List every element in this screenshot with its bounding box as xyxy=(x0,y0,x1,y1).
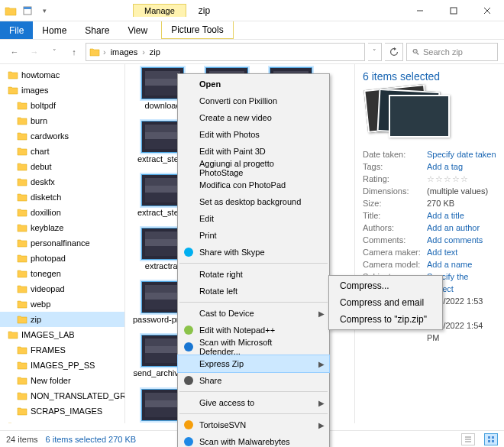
folder-icon xyxy=(17,222,27,233)
nav-tree[interactable]: howtomacimagesboltpdfburncardworkschartd… xyxy=(0,64,125,423)
meta-value[interactable]: Add a tag xyxy=(427,160,496,173)
menu-item[interactable]: Give access to▶ xyxy=(178,394,329,411)
menu-item[interactable]: Rotate left xyxy=(178,283,329,300)
svg-rect-12 xyxy=(492,440,494,442)
view-thumbnails-button[interactable] xyxy=(484,433,498,445)
menu-item[interactable]: Aggiungi al progetto PhotoStage xyxy=(178,160,329,177)
menu-item[interactable]: TortoiseSVN▶ xyxy=(178,416,329,433)
meta-key: Authors: xyxy=(363,222,427,234)
meta-value: 270 KB xyxy=(427,197,496,209)
crumb-zip[interactable]: zip xyxy=(148,47,162,57)
tree-item[interactable]: tonegen xyxy=(0,266,124,281)
svg-point-18 xyxy=(184,437,193,446)
view-details-button[interactable] xyxy=(461,433,475,445)
search-input[interactable]: 🔍︎ Search zip xyxy=(406,43,498,61)
tree-item[interactable]: IMAGES_PP_SS xyxy=(0,358,124,373)
menu-item[interactable]: Print xyxy=(178,227,329,244)
menu-item[interactable]: Open xyxy=(178,76,329,92)
submenu-express-zip: Compress...Compress and emailCompress to… xyxy=(328,275,443,330)
menu-item[interactable]: Edit with Photos xyxy=(178,126,329,143)
recent-dropdown[interactable]: ˅ xyxy=(46,44,63,60)
tree-item[interactable]: FRAMES xyxy=(0,342,124,358)
tree-item[interactable]: IMAGES_LAB xyxy=(0,327,124,342)
menu-item[interactable]: Share xyxy=(178,372,329,389)
tab-picture-tools[interactable]: Picture Tools xyxy=(161,21,233,39)
qat-dropdown-icon[interactable]: ▾ xyxy=(37,3,52,18)
menu-item[interactable]: Scan with Malwarebytes xyxy=(178,433,329,447)
menu-separator xyxy=(179,391,328,392)
close-button[interactable] xyxy=(470,0,504,21)
tree-item[interactable]: videopad xyxy=(0,281,124,296)
meta-row: Comments:Add comments xyxy=(363,234,496,246)
menu-item[interactable]: Express Zip▶ xyxy=(178,355,329,372)
forward-button[interactable]: → xyxy=(26,44,43,60)
meta-value[interactable]: Specify date taken xyxy=(427,148,496,160)
tree-item[interactable]: doxillion xyxy=(0,205,124,220)
meta-value[interactable]: Add text xyxy=(427,246,496,258)
ribbon: File Home Share View Picture Tools xyxy=(0,21,504,40)
menu-item[interactable]: Converti con Pixillion xyxy=(178,92,329,109)
menu-item[interactable]: Modifica con PhotoPad xyxy=(178,177,329,193)
address-bar: ← → ˅ ↑ › images › zip ˅ 🔍︎ Search zip xyxy=(0,40,504,64)
menu-item[interactable]: Compress... xyxy=(329,277,442,294)
tab-view[interactable]: View xyxy=(118,21,157,39)
folder-icon xyxy=(17,192,27,202)
tree-item[interactable]: New folder xyxy=(0,373,124,388)
folder-icon xyxy=(17,131,27,141)
tree-item[interactable]: personalfinance xyxy=(0,235,124,251)
up-button[interactable]: ↑ xyxy=(66,44,82,60)
address-dropdown[interactable]: ˅ xyxy=(368,43,382,61)
menu-item[interactable]: Compress to "zip.zip" xyxy=(329,311,442,328)
menu-item[interactable]: Share with Skype xyxy=(178,244,329,261)
tree-item[interactable]: burn xyxy=(0,113,124,128)
properties-icon[interactable] xyxy=(20,3,35,18)
tree-item[interactable]: chart xyxy=(0,144,124,159)
tab-home[interactable]: Home xyxy=(33,21,76,39)
tab-file[interactable]: File xyxy=(0,21,33,39)
tree-item[interactable]: IMGS_TO_LOCALIZE xyxy=(0,419,124,423)
menu-item[interactable]: Set as desktop background xyxy=(178,193,329,210)
back-button[interactable]: ← xyxy=(6,44,23,60)
folder-icon xyxy=(17,115,27,126)
tree-item[interactable]: debut xyxy=(0,159,124,174)
menu-item[interactable]: Compress and email xyxy=(329,294,442,311)
menu-item[interactable]: Create a new video xyxy=(178,109,329,126)
meta-value[interactable]: Add a name xyxy=(427,258,496,270)
window-title: zip xyxy=(199,5,210,16)
folder-icon xyxy=(17,345,27,355)
folder-icon xyxy=(17,177,27,187)
meta-value[interactable]: Add a title xyxy=(427,209,496,222)
tree-item[interactable]: images xyxy=(0,83,124,98)
refresh-button[interactable] xyxy=(385,43,403,61)
minimize-button[interactable] xyxy=(403,0,437,21)
crumb-images[interactable]: images xyxy=(109,47,139,57)
tree-item[interactable]: cardworks xyxy=(0,128,124,144)
tree-item[interactable]: boltpdf xyxy=(0,98,124,113)
menu-item[interactable]: Edit with Notepad++ xyxy=(178,322,329,338)
meta-value[interactable]: Add an author xyxy=(427,222,496,234)
folder-icon xyxy=(8,70,18,80)
meta-value[interactable]: Add comments xyxy=(427,234,496,246)
tree-item[interactable]: keyblaze xyxy=(0,220,124,235)
tree-item[interactable]: deskfx xyxy=(0,174,124,189)
tree-item[interactable]: howtomac xyxy=(0,67,124,83)
window-controls xyxy=(403,0,504,21)
tab-share[interactable]: Share xyxy=(76,21,118,39)
folder-icon xyxy=(17,375,27,386)
tree-item[interactable]: disketch xyxy=(0,189,124,205)
folder-icon xyxy=(17,299,27,309)
menu-item[interactable]: Edit xyxy=(178,210,329,227)
menu-item[interactable]: Rotate right xyxy=(178,266,329,283)
tree-item[interactable]: zip xyxy=(0,312,124,327)
tree-item[interactable]: photopad xyxy=(0,251,124,266)
menu-item[interactable]: Scan with Microsoft Defender... xyxy=(178,338,329,355)
breadcrumb[interactable]: › images › zip xyxy=(86,43,365,61)
share-icon xyxy=(183,374,195,387)
status-item-count: 24 items xyxy=(6,435,38,444)
maximize-button[interactable] xyxy=(437,0,470,21)
menu-item[interactable]: Edit with Paint 3D xyxy=(178,143,329,160)
tree-item[interactable]: webp xyxy=(0,296,124,312)
menu-item[interactable]: Cast to Device▶ xyxy=(178,305,329,322)
tree-item[interactable]: SCRAPS_IMAGES xyxy=(0,403,124,419)
tree-item[interactable]: NON_TRANSLATED_GRAPHICS xyxy=(0,388,124,403)
